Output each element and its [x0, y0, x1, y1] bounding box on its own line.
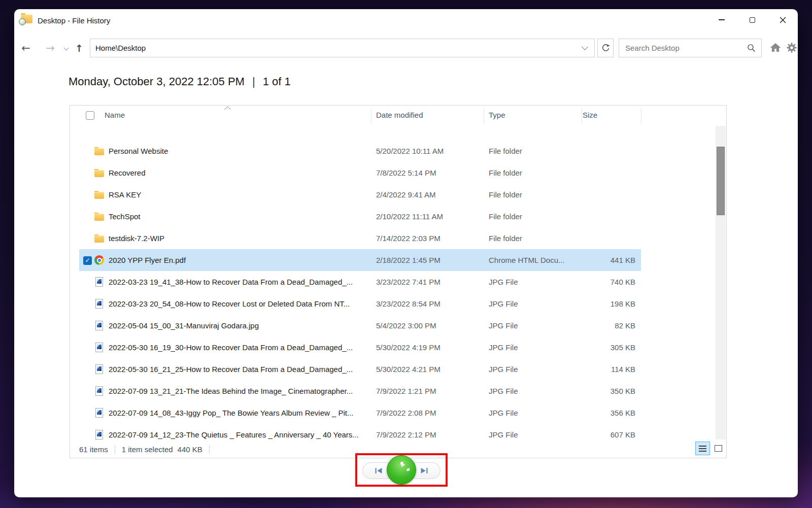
- file-row[interactable]: 2022-03-23 19_41_38-How to Recover Data …: [79, 271, 641, 293]
- column-divider[interactable]: [582, 108, 582, 124]
- separator: |: [252, 75, 255, 88]
- recent-locations-chevron-icon[interactable]: [64, 46, 69, 51]
- address-input[interactable]: [90, 44, 583, 52]
- file-row[interactable]: ✓ 2020 YPP Flyer En.pdf 2/18/2022 1:45 P…: [79, 249, 641, 271]
- up-button[interactable]: ↑: [72, 39, 87, 57]
- forward-button[interactable]: →: [43, 39, 58, 57]
- file-type: JPG File: [484, 343, 582, 352]
- column-header-size[interactable]: Size: [583, 111, 597, 119]
- home-button[interactable]: [768, 42, 783, 55]
- jpg-file-icon: [95, 299, 103, 309]
- file-name: TechSpot: [108, 212, 371, 221]
- file-type: JPG File: [484, 299, 582, 308]
- file-row[interactable]: 2022-05-04 15_00_31-Manuviraj Godara.jpg…: [79, 315, 641, 336]
- large-icons-view-button[interactable]: [711, 442, 725, 455]
- back-button[interactable]: ←: [18, 39, 33, 57]
- minimize-icon: [719, 19, 725, 20]
- file-date-modified: 5/4/2022 3:00 PM: [371, 321, 484, 330]
- file-row[interactable]: Recovered 7/8/2022 5:14 PM File folder: [79, 162, 641, 184]
- jpg-file-icon: [95, 343, 103, 352]
- minimize-button[interactable]: [706, 9, 737, 30]
- file-name: 2022-05-04 15_00_31-Manuviraj Godara.jpg: [108, 321, 371, 330]
- next-version-icon: [420, 467, 428, 474]
- file-list-rows: Personal Website 5/20/2022 10:11 AM File…: [70, 140, 715, 446]
- restore-button[interactable]: [387, 455, 416, 485]
- select-all-checkbox[interactable]: [86, 111, 94, 120]
- file-row[interactable]: 2022-05-30 16_19_30-How to Recover Data …: [79, 336, 641, 358]
- file-history-app-icon: [21, 15, 32, 23]
- refresh-button[interactable]: [597, 39, 614, 57]
- file-name: 2022-03-23 19_41_38-How to Recover Data …: [108, 278, 371, 286]
- jpg-file-icon: [95, 408, 103, 418]
- file-type: JPG File: [484, 409, 582, 417]
- file-history-window: Desktop - File History ← → ↑: [14, 9, 798, 497]
- file-list-panel: Name Date modified Type Size Personal We…: [70, 105, 727, 458]
- jpg-file-icon: [95, 364, 103, 374]
- file-name: 2022-07-09 13_21_21-The Ideas Behind the…: [108, 387, 371, 395]
- file-date-modified: 5/30/2022 4:19 PM: [371, 343, 484, 352]
- file-date-modified: 3/23/2022 8:54 PM: [371, 299, 484, 308]
- items-count-label: 61 items: [79, 445, 108, 454]
- search-box: [619, 39, 762, 57]
- file-name: testdisk-7.2-WIP: [108, 234, 371, 243]
- address-bar: [90, 39, 595, 57]
- address-dropdown-chevron-icon[interactable]: [582, 44, 588, 50]
- window-controls: [706, 9, 798, 30]
- file-type: File folder: [484, 234, 582, 243]
- file-row[interactable]: RSA KEY 2/4/2022 9:41 AM File folder: [79, 184, 641, 206]
- thumbnail-view-icon: [715, 445, 722, 452]
- file-row[interactable]: 2022-03-23 20_54_08-How to Recover Lost …: [79, 293, 641, 315]
- column-header-date-modified[interactable]: Date modified: [376, 111, 423, 119]
- file-row[interactable]: 2022-07-09 13_21_21-The Ideas Behind the…: [79, 380, 641, 402]
- column-divider[interactable]: [484, 108, 484, 124]
- file-date-modified: 7/9/2022 2:12 PM: [371, 430, 484, 439]
- file-row[interactable]: Personal Website 5/20/2022 10:11 AM File…: [79, 140, 641, 162]
- file-size: 607 KB: [582, 430, 641, 439]
- close-button[interactable]: [767, 9, 798, 30]
- list-view-icon: [699, 446, 706, 452]
- search-icon: [747, 44, 756, 52]
- file-size: 740 KB: [582, 278, 641, 286]
- sort-ascending-chevron-icon: [224, 106, 231, 113]
- desktop-wallpaper: { "window": { "title": "Desktop - File H…: [0, 0, 812, 508]
- scrollbar-thumb[interactable]: [717, 147, 725, 215]
- file-row[interactable]: 2022-05-30 16_21_25-How to Recover Data …: [79, 358, 641, 380]
- navigation-toolbar: ← → ↑: [14, 39, 798, 57]
- file-name: 2020 YPP Flyer En.pdf: [108, 256, 371, 264]
- settings-button[interactable]: [785, 42, 799, 55]
- file-row[interactable]: testdisk-7.2-WIP 7/14/2022 2:03 PM File …: [79, 227, 641, 249]
- refresh-icon: [601, 44, 610, 52]
- folder-icon: [94, 170, 104, 177]
- file-date-modified: 2/18/2022 1:45 PM: [371, 256, 484, 264]
- vertical-scrollbar[interactable]: [716, 126, 726, 439]
- search-input[interactable]: [619, 44, 747, 52]
- column-divider[interactable]: [641, 108, 641, 124]
- folder-icon: [94, 214, 104, 221]
- selection-size-label: 440 KB: [178, 445, 202, 454]
- file-size: 441 KB: [582, 256, 641, 264]
- file-name: 2022-05-30 16_19_30-How to Recover Data …: [108, 343, 371, 352]
- file-name: 2022-03-23 20_54_08-How to Recover Lost …: [108, 299, 371, 308]
- details-view-button[interactable]: [695, 442, 710, 455]
- file-row[interactable]: 2022-07-09 14_08_43-Iggy Pop_ The Bowie …: [79, 402, 641, 424]
- file-type: File folder: [484, 212, 582, 221]
- file-name: 2022-05-30 16_21_25-How to Recover Data …: [108, 365, 371, 374]
- file-type: JPG File: [484, 278, 582, 286]
- file-date-modified: 2/4/2022 9:41 AM: [371, 190, 484, 199]
- column-header-name[interactable]: Name: [105, 111, 125, 119]
- file-date-modified: 7/8/2022 5:14 PM: [371, 168, 484, 177]
- column-divider[interactable]: [371, 108, 371, 124]
- column-header-type[interactable]: Type: [489, 111, 505, 119]
- title-bar: Desktop - File History: [14, 9, 798, 32]
- file-type: File folder: [484, 147, 582, 155]
- backup-timeline-header: Monday, October 3, 2022 12:05 PM | 1 of …: [69, 75, 291, 88]
- column-header-row: Name Date modified Type Size: [70, 106, 726, 126]
- file-date-modified: 3/23/2022 7:41 PM: [371, 278, 484, 286]
- selection-count-label: 1 item selected: [122, 445, 173, 454]
- file-date-modified: 7/14/2022 2:03 PM: [371, 234, 484, 243]
- file-name: 2022-07-09 14_12_23-The Quietus _ Featur…: [108, 430, 371, 439]
- row-checkbox[interactable]: ✓: [83, 256, 92, 265]
- maximize-button[interactable]: [737, 9, 767, 30]
- file-row[interactable]: TechSpot 2/10/2022 11:11 AM File folder: [79, 206, 641, 227]
- file-type: JPG File: [484, 365, 582, 374]
